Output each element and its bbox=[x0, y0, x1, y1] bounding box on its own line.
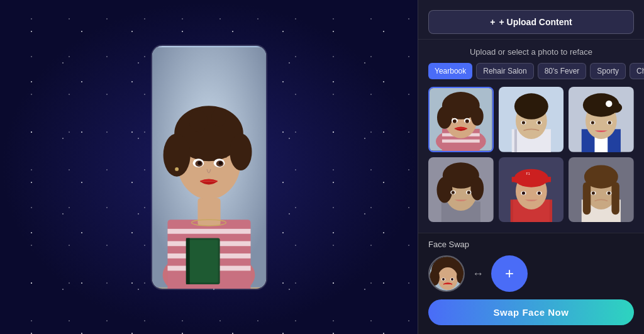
svg-rect-76 bbox=[511, 177, 550, 182]
svg-text:F1: F1 bbox=[526, 172, 530, 175]
svg-point-15 bbox=[211, 109, 225, 126]
svg-rect-25 bbox=[186, 238, 189, 284]
photo-grid: F1 bbox=[428, 87, 634, 222]
svg-point-68 bbox=[452, 191, 455, 194]
svg-point-69 bbox=[467, 191, 470, 194]
grid-photo-4[interactable] bbox=[428, 157, 494, 223]
svg-point-58 bbox=[591, 121, 594, 124]
svg-point-65 bbox=[470, 177, 484, 200]
swap-face-now-button[interactable]: Swap Face Now bbox=[428, 299, 634, 325]
svg-point-21 bbox=[218, 161, 222, 165]
main-photo-card bbox=[151, 45, 267, 290]
grid-photo-2[interactable] bbox=[499, 87, 564, 152]
svg-point-43 bbox=[514, 93, 548, 119]
left-panel bbox=[0, 0, 418, 334]
grid-photo-3[interactable] bbox=[569, 87, 634, 152]
right-panel: + + Upload Content Upload or select a ph… bbox=[418, 0, 644, 334]
filter-tab-christmas[interactable]: Christmas bbox=[630, 63, 644, 79]
grid-photo-6[interactable] bbox=[569, 157, 634, 223]
svg-rect-8 bbox=[197, 198, 220, 225]
svg-point-95 bbox=[430, 269, 440, 286]
svg-rect-86 bbox=[583, 182, 591, 214]
svg-point-14 bbox=[189, 110, 207, 132]
svg-point-46 bbox=[521, 121, 525, 124]
upload-plus-icon: + bbox=[490, 17, 495, 27]
svg-point-47 bbox=[537, 121, 540, 124]
svg-point-94 bbox=[438, 267, 458, 290]
svg-point-90 bbox=[592, 191, 595, 194]
face-thumb-svg bbox=[430, 257, 465, 292]
svg-point-64 bbox=[436, 177, 452, 203]
svg-point-91 bbox=[608, 191, 611, 194]
svg-point-99 bbox=[442, 278, 445, 281]
svg-rect-87 bbox=[612, 182, 619, 214]
upload-button-label: + Upload Content bbox=[499, 17, 572, 27]
svg-rect-4 bbox=[167, 228, 250, 233]
svg-point-37 bbox=[453, 120, 457, 123]
svg-point-34 bbox=[471, 107, 484, 126]
filter-tab-yearbook[interactable]: Yearbook bbox=[428, 63, 472, 79]
svg-point-59 bbox=[608, 121, 611, 124]
add-face-button[interactable]: + bbox=[491, 255, 528, 292]
svg-point-22 bbox=[175, 167, 179, 171]
upload-content-button[interactable]: + + Upload Content bbox=[428, 10, 634, 34]
gallery-section: Upload or select a photo to reface Yearb… bbox=[418, 40, 644, 233]
grid-photo-5[interactable]: F1 bbox=[499, 157, 564, 223]
filter-tab-80s-fever[interactable]: 80's Fever bbox=[538, 63, 587, 79]
svg-point-55 bbox=[606, 101, 612, 107]
face-swap-row: ↔ + bbox=[428, 255, 634, 292]
svg-point-20 bbox=[197, 161, 201, 165]
svg-point-100 bbox=[451, 278, 453, 281]
svg-rect-41 bbox=[514, 129, 517, 152]
svg-point-38 bbox=[465, 120, 469, 123]
grid-photo-1[interactable] bbox=[428, 87, 494, 152]
gallery-subtitle: Upload or select a photo to reface bbox=[428, 47, 634, 57]
svg-point-79 bbox=[521, 191, 525, 194]
upload-section: + + Upload Content bbox=[418, 0, 644, 40]
face-thumb bbox=[428, 255, 465, 292]
svg-rect-24 bbox=[187, 240, 218, 282]
face-swap-label: Face Swap bbox=[428, 240, 634, 249]
filter-tab-sporty[interactable]: Sporty bbox=[590, 63, 626, 79]
face-swap-section: Face Swap ↔ + bbox=[418, 233, 644, 334]
filter-tab-rehair-salon[interactable]: Rehair Salon bbox=[476, 63, 533, 79]
swap-arrow-icon: ↔ bbox=[472, 267, 484, 281]
main-photo bbox=[152, 46, 266, 289]
filter-tabs: Yearbook Rehair Salon 80's Fever Sporty … bbox=[428, 63, 634, 79]
swap-face-label: Swap Face Now bbox=[494, 307, 569, 318]
person-illustration bbox=[152, 46, 266, 289]
svg-point-33 bbox=[437, 106, 452, 129]
add-face-plus-icon: + bbox=[505, 265, 514, 282]
svg-point-13 bbox=[230, 133, 252, 170]
svg-rect-30 bbox=[442, 140, 480, 143]
svg-point-80 bbox=[537, 191, 540, 194]
